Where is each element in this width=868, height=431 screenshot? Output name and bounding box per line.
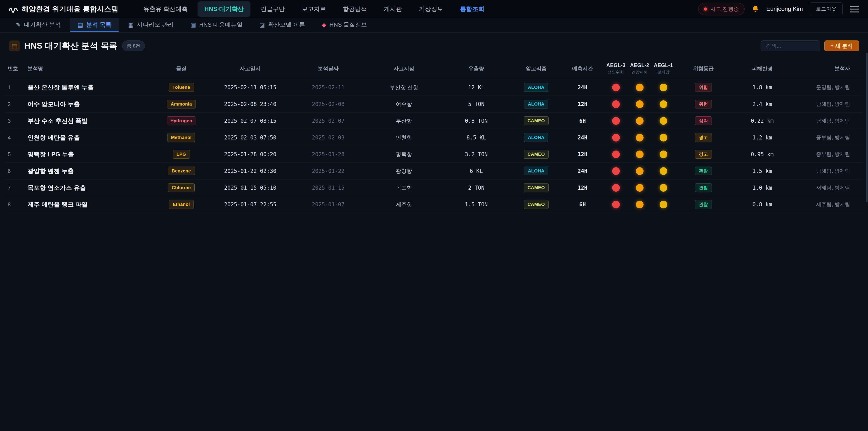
clipboard-icon: ▤ <box>9 40 20 51</box>
main-nav: 유출유 확산예측 HNS·대기확산 긴급구난 보고자료 항공탐색 게시판 기상정… <box>136 1 491 17</box>
col-header-algorithm: 알고리즘 <box>511 57 561 79</box>
risk-grade-cell: 관찰 <box>675 163 732 180</box>
nav-integrated-search[interactable]: 통합조회 <box>453 1 491 17</box>
table-row[interactable]: 5 평택항 LPG 누출 LPG 2025-01-28 00:20 2025-0… <box>5 146 863 163</box>
aegl3-indicator <box>612 100 620 108</box>
risk-grade-cell: 관찰 <box>675 196 732 213</box>
app-title: 해양환경 위기대응 통합시스템 <box>22 4 119 14</box>
aegl3-cell <box>604 96 628 113</box>
notification-bell-icon[interactable] <box>751 5 760 13</box>
substance-cell: Ethanol <box>152 196 211 213</box>
algorithm-cell: ALOHA <box>511 96 561 113</box>
manual-book-icon: ▣ <box>191 22 196 28</box>
algorithm-badge: CAMEO <box>524 200 549 209</box>
col-header-aegl1: AEGL-1 불쾌감 <box>651 57 675 79</box>
tab-scenario-management[interactable]: ▦ 시나리오 관리 <box>121 18 181 32</box>
nav-board[interactable]: 게시판 <box>377 1 409 17</box>
aegl3-cell <box>604 79 628 96</box>
aegl3-indicator <box>612 201 620 208</box>
analysis-name-cell: 인천항 메탄올 유출 <box>25 129 152 146</box>
aegl1-indicator <box>659 100 667 108</box>
tab-hns-substance-info[interactable]: ◆ HNS 물질정보 <box>314 18 374 32</box>
aegl1-cell <box>651 113 675 129</box>
aegl3-cell <box>604 180 628 196</box>
aegl1-cell <box>651 146 675 163</box>
aegl3-cell <box>604 196 628 213</box>
algorithm-cell: CAMEO <box>511 180 561 196</box>
nav-reports[interactable]: 보고자료 <box>295 1 333 17</box>
nav-aerial-search[interactable]: 항공탐색 <box>336 1 374 17</box>
substance-cell: Benzene <box>152 163 211 180</box>
table-row[interactable]: 3 부산 수소 추진선 폭발 Hydrogen 2025-02-07 03:15… <box>5 113 863 129</box>
table-row[interactable]: 6 광양항 벤젠 누출 Benzene 2025-01-22 02:30 202… <box>5 163 863 180</box>
logout-button[interactable]: 로그아웃 <box>810 2 843 16</box>
scrollbar-thumb[interactable] <box>866 53 868 202</box>
analysis-name-cell: 부산 수소 추진선 폭발 <box>25 113 152 129</box>
col-header-duration: 예측시간 <box>561 57 604 79</box>
tab-hns-manual[interactable]: ▣ HNS 대응매뉴얼 <box>183 18 250 32</box>
analyst-cell: 남해팀, 방제팀 <box>793 113 863 129</box>
accident-datetime-cell: 2025-02-11 05:15 <box>211 79 290 96</box>
algorithm-cell: ALOHA <box>511 129 561 146</box>
prediction-duration-cell: 24H <box>561 163 604 180</box>
main-content: ▤ HNS 대기확산 분석 목록 총 8건 + 새 분석 번호 분석명 물질 <box>0 33 868 213</box>
scenario-grid-icon: ▦ <box>128 22 134 28</box>
analysis-name-cell: 목포항 염소가스 유출 <box>25 180 152 196</box>
aegl2-indicator <box>636 117 644 125</box>
aegl1-cell <box>651 96 675 113</box>
prediction-duration-cell: 12H <box>561 96 604 113</box>
col-header-datetime: 사고일시 <box>211 57 290 79</box>
analysis-date-cell: 2025-02-11 <box>290 79 367 96</box>
risk-grade-badge: 경고 <box>695 150 712 159</box>
table-row[interactable]: 2 여수 암모니아 누출 Ammonia 2025-02-08 23:40 20… <box>5 96 863 113</box>
nav-hns-dispersion[interactable]: HNS·대기확산 <box>197 1 250 17</box>
table-row[interactable]: 4 인천항 메탄올 유출 Methanol 2025-02-03 07:50 2… <box>5 129 863 146</box>
nav-oil-spill[interactable]: 유출유 확산예측 <box>136 1 195 17</box>
tab-dispersion-analysis[interactable]: ✎ 대기확산 분석 <box>8 18 68 32</box>
substance-icon: ◆ <box>322 22 326 28</box>
tab-model-theory[interactable]: ◪ 확산모델 이론 <box>252 18 312 32</box>
prediction-duration-cell: 12H <box>561 180 604 196</box>
analysis-table: 번호 분석명 물질 사고일시 분석날짜 사고지점 유출량 알고리즘 예측시간 A… <box>0 57 868 213</box>
substance-badge: Benzene <box>168 166 195 175</box>
algorithm-badge: ALOHA <box>524 83 548 92</box>
analysis-name-cell: 평택항 LPG 누출 <box>25 146 152 163</box>
col-header-analyst: 분석자 <box>793 57 863 79</box>
search-input[interactable] <box>761 40 820 51</box>
risk-grade-badge: 경고 <box>695 133 712 142</box>
col-header-location: 사고지점 <box>367 57 441 79</box>
row-number-cell: 7 <box>5 180 25 196</box>
tab-analysis-list[interactable]: ▤ 분석 목록 <box>70 18 119 32</box>
aegl1-cell <box>651 79 675 96</box>
nav-weather[interactable]: 기상정보 <box>412 1 450 17</box>
risk-grade-cell: 경고 <box>675 129 732 146</box>
analysis-date-cell: 2025-01-22 <box>290 163 367 180</box>
spill-amount-cell: 5 TON <box>441 96 511 113</box>
aegl2-cell <box>628 129 651 146</box>
table-row[interactable]: 1 울산 온산항 톨루엔 누출 Toluene 2025-02-11 05:15… <box>5 79 863 96</box>
nav-emergency-rescue[interactable]: 긴급구난 <box>254 1 291 17</box>
app-logo[interactable]: 해양환경 위기대응 통합시스템 <box>8 4 119 14</box>
table-row[interactable]: 8 제주 에탄올 탱크 파열 Ethanol 2025-01-07 22:55 … <box>5 196 863 213</box>
aegl2-cell <box>628 180 651 196</box>
incident-status-badge: 사고 진행중 <box>698 3 745 15</box>
aegl1-indicator <box>659 84 667 91</box>
damage-radius-cell: 0.22 km <box>732 113 793 129</box>
risk-grade-cell: 경고 <box>675 146 732 163</box>
analysis-date-cell: 2025-02-08 <box>290 96 367 113</box>
analysis-name-cell: 제주 에탄올 탱크 파열 <box>25 196 152 213</box>
aegl3-cell <box>604 129 628 146</box>
aegl2-indicator <box>636 84 644 91</box>
aegl2-cell <box>628 196 651 213</box>
damage-radius-cell: 1.2 km <box>732 129 793 146</box>
aegl3-indicator <box>612 84 620 91</box>
algorithm-cell: CAMEO <box>511 113 561 129</box>
table-row[interactable]: 7 목포항 염소가스 유출 Chlorine 2025-01-15 05:10 … <box>5 180 863 196</box>
topbar-right: 사고 진행중 Eunjeong Kim 로그아웃 <box>698 2 860 16</box>
risk-grade-badge: 위험 <box>695 100 712 109</box>
algorithm-cell: CAMEO <box>511 196 561 213</box>
new-analysis-button[interactable]: + 새 분석 <box>825 40 859 51</box>
col-header-date: 분석날짜 <box>290 57 367 79</box>
menu-icon[interactable] <box>849 4 860 14</box>
aegl1-cell <box>651 129 675 146</box>
